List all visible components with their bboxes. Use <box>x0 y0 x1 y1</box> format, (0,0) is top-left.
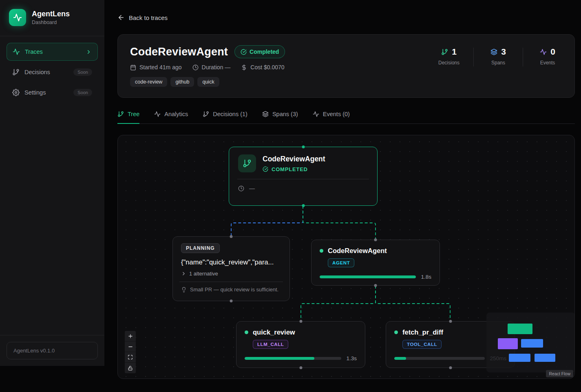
check-circle-icon <box>241 49 247 55</box>
node-duration: 1.8s <box>421 274 431 280</box>
tag: code-review <box>130 77 167 87</box>
app-subtitle: Dashboard <box>32 20 70 25</box>
node-title: CodeReviewAgent <box>263 155 325 163</box>
trace-stats: 1 Decisions 3 Spans <box>434 45 562 87</box>
sidebar-item-label: Decisions <box>24 69 68 75</box>
main-content: Back to traces CodeReviewAgent Completed <box>104 0 581 379</box>
flow-node-planning-decision[interactable]: PLANNING {"name":"quick_review","para...… <box>172 236 290 301</box>
zoom-in-button[interactable] <box>125 331 136 341</box>
minimap-node-llm <box>509 354 530 362</box>
tab-analytics[interactable]: Analytics <box>154 111 188 124</box>
sidebar: AgentLens Dashboard Traces Decisions Soo… <box>0 0 104 366</box>
started-meta: Started 41m ago <box>130 64 182 70</box>
stat-decisions: 1 Decisions <box>434 47 464 66</box>
soon-badge: Soon <box>73 89 92 96</box>
decision-reasoning: Small PR — quick review is sufficient. <box>181 286 281 293</box>
sidebar-nav: Traces Decisions Soon Settings Soon <box>0 36 104 108</box>
stat-spans: 3 Spans <box>484 47 513 66</box>
node-handle[interactable] <box>302 204 305 207</box>
sidebar-item-label: Settings <box>24 89 68 96</box>
node-handle[interactable] <box>449 320 452 323</box>
node-handle[interactable] <box>230 235 233 238</box>
flow-node-agent-span[interactable]: CodeReviewAgent AGENT 1.8s <box>311 240 440 286</box>
divider <box>237 179 369 179</box>
status-label: Completed <box>250 48 279 55</box>
decision-type-badge: PLANNING <box>181 243 220 253</box>
activity-icon <box>13 48 20 55</box>
span-type-badge: AGENT <box>328 258 354 267</box>
page-title: CodeReviewAgent <box>130 46 228 58</box>
status-badge: Completed <box>234 45 285 58</box>
arrow-left-icon <box>117 14 125 21</box>
zoom-out-button[interactable] <box>125 341 136 352</box>
node-handle[interactable] <box>299 366 302 369</box>
calendar-icon <box>130 64 136 70</box>
sidebar-item-settings[interactable]: Settings Soon <box>7 84 98 101</box>
node-status: COMPLETED <box>272 166 308 172</box>
activity-icon <box>13 13 22 22</box>
minimap-node-tool <box>535 354 555 362</box>
flow-node-quick-review[interactable]: quick_review LLM_CALL 1.3s <box>236 321 365 368</box>
activity-icon <box>540 48 547 55</box>
node-handle[interactable] <box>449 366 452 369</box>
flow-controls <box>125 331 136 373</box>
brand: AgentLens Dashboard <box>0 0 104 36</box>
back-to-traces-label: Back to traces <box>129 14 168 21</box>
node-handle[interactable] <box>374 238 377 241</box>
duration-bar <box>245 357 341 360</box>
cost-meta: Cost $0.0070 <box>241 64 284 70</box>
minimap-node-root <box>508 324 532 334</box>
span-type-badge: TOOL_CALL <box>402 340 442 349</box>
app-logo <box>9 9 26 26</box>
react-flow-attribution[interactable]: React Flow <box>546 370 573 377</box>
tab-events[interactable]: Events (0) <box>313 111 350 124</box>
git-branch-icon <box>441 48 448 55</box>
activity-icon <box>154 111 161 117</box>
lightbulb-icon <box>181 287 187 293</box>
chevron-right-icon <box>181 271 186 276</box>
flow-canvas[interactable]: CodeReviewAgent COMPLETED — <box>117 135 575 379</box>
lock-button[interactable] <box>125 363 136 373</box>
tab-decisions[interactable]: Decisions (1) <box>203 111 247 124</box>
alternatives-toggle[interactable]: 1 alternative <box>181 271 281 277</box>
status-dot <box>320 249 323 253</box>
node-handle[interactable] <box>230 300 233 302</box>
decision-chosen-option: {"name":"quick_review","para... <box>181 258 281 266</box>
sidebar-item-label: Traces <box>25 48 81 55</box>
node-handle[interactable] <box>302 145 305 148</box>
node-duration: — <box>249 185 255 192</box>
sidebar-footer: AgentLens v0.1.0 <box>0 335 104 366</box>
check-circle-icon <box>263 166 268 172</box>
tab-tree[interactable]: Tree <box>117 111 139 124</box>
duration-bar <box>394 357 485 360</box>
divider <box>523 48 523 66</box>
span-type-badge: LLM_CALL <box>253 340 288 349</box>
node-duration: 1.3s <box>346 355 357 361</box>
node-handle[interactable] <box>374 284 377 287</box>
app-name: AgentLens <box>32 10 70 18</box>
trace-tags: code-review github quick <box>130 77 285 87</box>
git-branch-icon <box>203 111 209 117</box>
tab-spans[interactable]: Spans (3) <box>262 111 298 124</box>
flow-node-root-agent[interactable]: CodeReviewAgent COMPLETED — <box>229 147 378 206</box>
sidebar-item-traces[interactable]: Traces <box>7 43 98 61</box>
node-title: quick_review <box>253 328 295 336</box>
clock-icon <box>192 64 199 70</box>
trace-header-card: CodeReviewAgent Completed Started 41m ag… <box>117 34 575 98</box>
divider <box>473 48 474 66</box>
soon-badge: Soon <box>73 68 92 76</box>
status-dot <box>394 330 398 334</box>
flow-minimap[interactable] <box>486 313 575 372</box>
layers-icon <box>262 111 269 117</box>
divider <box>179 282 283 282</box>
back-to-traces-link[interactable]: Back to traces <box>117 14 168 21</box>
node-title: fetch_pr_diff <box>402 328 443 336</box>
git-branch-icon <box>238 154 256 172</box>
git-branch-icon <box>12 68 20 76</box>
node-handle[interactable] <box>299 320 302 323</box>
duration-meta: Duration — <box>192 64 231 70</box>
minimap-node-agent <box>521 339 543 348</box>
fit-view-button[interactable] <box>125 352 136 363</box>
sidebar-item-decisions[interactable]: Decisions Soon <box>7 63 98 81</box>
tag: github <box>170 77 194 87</box>
